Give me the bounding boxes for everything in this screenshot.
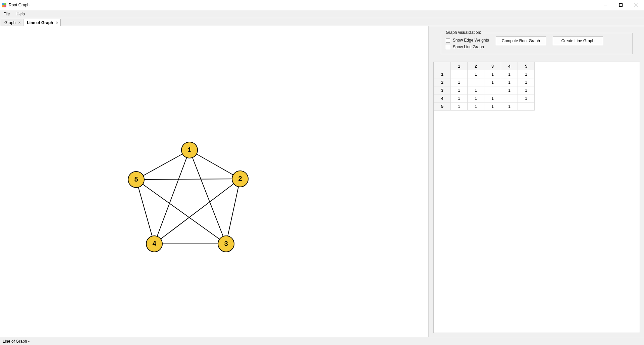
tab-label: Graph: [4, 20, 15, 25]
row-header[interactable]: 5: [434, 102, 451, 111]
graph-edge[interactable]: [136, 180, 154, 244]
graph-edge[interactable]: [136, 180, 226, 244]
graph-node-label: 4: [152, 240, 156, 247]
table-cell[interactable]: [468, 78, 484, 86]
table-cell[interactable]: 1: [451, 102, 468, 111]
close-icon[interactable]: ✕: [56, 21, 58, 24]
table-row: 41111: [434, 94, 535, 102]
show-edge-weights-checkbox[interactable]: Show Edge Weights: [446, 38, 489, 43]
graph-node[interactable]: 3: [218, 236, 234, 252]
checkbox-icon: [446, 38, 450, 43]
create-line-graph-button[interactable]: Create Line Graph: [553, 37, 603, 45]
graph-node[interactable]: 1: [181, 142, 198, 158]
col-header[interactable]: 4: [501, 62, 518, 70]
menu-help[interactable]: Help: [15, 11, 26, 17]
svg-rect-1: [4, 3, 6, 5]
graph-edge[interactable]: [136, 179, 240, 180]
col-header[interactable]: 2: [468, 62, 484, 70]
graph-edge[interactable]: [226, 179, 240, 244]
show-line-graph-checkbox[interactable]: Show Line Graph: [446, 45, 489, 49]
svg-rect-3: [4, 5, 6, 7]
row-header[interactable]: 3: [434, 86, 451, 94]
compute-root-graph-button[interactable]: Compute Root Graph: [496, 37, 546, 45]
table-cell[interactable]: 1: [451, 78, 468, 86]
table-cell[interactable]: 1: [484, 94, 501, 102]
graph-node-label: 5: [134, 176, 138, 183]
table-cell[interactable]: 1: [484, 78, 501, 86]
svg-rect-0: [2, 3, 4, 5]
table-cell[interactable]: 1: [451, 94, 468, 102]
close-button[interactable]: [629, 0, 644, 10]
graph-node-label: 1: [187, 146, 191, 153]
graph-edge[interactable]: [136, 150, 190, 180]
graph-svg: 12345: [0, 26, 429, 341]
graph-edge[interactable]: [154, 179, 240, 244]
graph-node[interactable]: 5: [128, 171, 144, 188]
checkbox-label: Show Line Graph: [453, 45, 484, 49]
graph-node[interactable]: 2: [232, 171, 248, 187]
graph-node[interactable]: 4: [146, 236, 162, 252]
table-cell[interactable]: 1: [468, 70, 484, 78]
table-row: 51111: [434, 102, 535, 111]
app-icon: [1, 2, 7, 8]
col-header[interactable]: 1: [451, 62, 468, 70]
checkbox-label: Show Edge Weights: [453, 38, 489, 43]
close-icon[interactable]: ✕: [18, 21, 21, 24]
table-row: 21111: [434, 78, 535, 86]
table-cell[interactable]: 1: [501, 70, 518, 78]
row-header[interactable]: 1: [434, 70, 451, 78]
table-cell[interactable]: 1: [468, 86, 484, 94]
table-cell[interactable]: 1: [484, 70, 501, 78]
titlebar: Root Graph: [0, 0, 644, 10]
checkbox-icon: [446, 45, 450, 49]
minimize-button[interactable]: [598, 0, 613, 10]
graph-edge[interactable]: [154, 150, 190, 244]
menubar: File Help: [0, 10, 644, 18]
graph-node-label: 3: [224, 240, 228, 247]
table-cell[interactable]: [451, 70, 468, 78]
window-title: Root Graph: [9, 3, 30, 7]
table-cell[interactable]: 1: [451, 86, 468, 94]
table-cell[interactable]: [501, 94, 518, 102]
graph-edge[interactable]: [190, 150, 240, 179]
menu-file[interactable]: File: [2, 11, 11, 17]
tab-graph[interactable]: Graph ✕: [1, 19, 23, 26]
adjacency-matrix-panel[interactable]: 123451111121111311114111151111: [433, 62, 640, 333]
table-cell[interactable]: [518, 102, 535, 111]
svg-rect-5: [620, 4, 623, 7]
graph-edge[interactable]: [190, 150, 226, 244]
table-row: 11111: [434, 70, 535, 78]
table-cell[interactable]: 1: [501, 78, 518, 86]
graph-canvas[interactable]: 12345: [0, 26, 429, 337]
tabstrip: Graph ✕ Line of Graph ✕: [0, 18, 644, 26]
svg-rect-2: [2, 5, 4, 7]
table-cell[interactable]: [484, 86, 501, 94]
window-controls: [598, 0, 644, 10]
side-panel: Graph visualization: Show Edge Weights S…: [429, 26, 644, 337]
col-header[interactable]: 5: [518, 62, 535, 70]
table-cell[interactable]: 1: [518, 78, 535, 86]
table-cell[interactable]: 1: [484, 102, 501, 111]
fieldset-legend: Graph visualization:: [444, 30, 482, 35]
adjacency-table: 123451111121111311114111151111: [434, 62, 535, 111]
table-cell[interactable]: 1: [501, 102, 518, 111]
table-cell[interactable]: 1: [518, 86, 535, 94]
col-header[interactable]: 3: [484, 62, 501, 70]
tab-label: Line of Graph: [27, 20, 53, 25]
graph-visualization-fieldset: Graph visualization: Show Edge Weights S…: [441, 33, 633, 54]
row-header[interactable]: 2: [434, 78, 451, 86]
graph-node-label: 2: [238, 175, 242, 182]
table-row: 31111: [434, 86, 535, 94]
maximize-button[interactable]: [613, 0, 629, 10]
tab-line-of-graph[interactable]: Line of Graph ✕: [23, 19, 61, 26]
table-cell[interactable]: 1: [518, 70, 535, 78]
table-cell[interactable]: 1: [468, 94, 484, 102]
row-header[interactable]: 4: [434, 94, 451, 102]
table-cell[interactable]: 1: [518, 94, 535, 102]
table-corner: [434, 62, 451, 70]
table-cell[interactable]: 1: [468, 102, 484, 111]
table-cell[interactable]: 1: [501, 86, 518, 94]
content-area: 12345 Graph visualization: Show Edge Wei…: [0, 26, 644, 337]
